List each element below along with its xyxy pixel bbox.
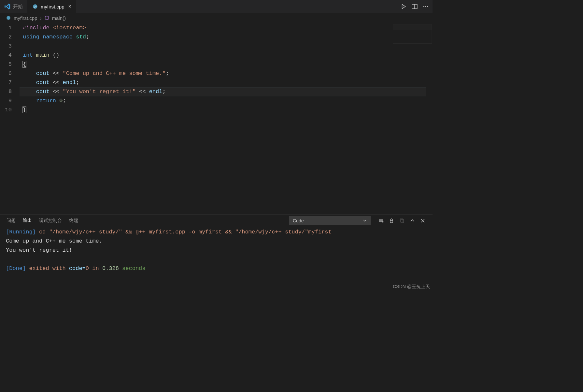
output-running-tag: [Running] — [6, 229, 36, 235]
code-line[interactable]: using namespace std; — [20, 33, 433, 42]
output-stdout-line: You won't regret it! — [6, 247, 72, 253]
output-time: 0.328 — [102, 265, 119, 272]
panel-actions — [378, 217, 426, 224]
code-line[interactable]: cout << "Come up and C++ me some time."; — [20, 69, 433, 78]
panel-maximize-icon[interactable] — [409, 217, 416, 224]
cpp-file-icon — [6, 15, 11, 21]
code-line[interactable]: #include <iostream> — [20, 23, 433, 33]
output-done-tag: [Done] — [6, 265, 26, 272]
split-editor-icon[interactable] — [411, 3, 418, 10]
code-area[interactable]: #include <iostream>using namespace std; … — [20, 23, 433, 214]
output-stdout-line: Come up and C++ me some time. — [6, 238, 102, 244]
tab-label: myfirst.cpp — [41, 4, 64, 9]
close-tab-icon[interactable]: × — [68, 4, 71, 9]
panel-tab-terminal[interactable]: 终端 — [69, 218, 78, 224]
code-line[interactable]: { — [20, 60, 433, 69]
cpp-file-icon: C+ — [32, 4, 38, 9]
svg-rect-8 — [390, 220, 393, 223]
code-line[interactable]: } — [20, 105, 433, 115]
breadcrumb-file[interactable]: myfirst.cpp — [14, 15, 37, 21]
run-icon[interactable] — [400, 3, 407, 10]
output-code-value: 0 — [86, 265, 89, 272]
panel-tab-output[interactable]: 输出 — [23, 217, 32, 224]
line-number-gutter: 12345678910 — [0, 23, 20, 214]
panel-tab-debug-console[interactable]: 调试控制台 — [39, 218, 62, 224]
svg-point-4 — [423, 6, 424, 7]
output-code-key: code= — [69, 265, 86, 272]
chevron-right-icon: › — [40, 15, 42, 21]
output-text: seconds — [119, 265, 146, 272]
svg-point-7 — [7, 16, 10, 20]
minimap[interactable] — [393, 24, 432, 44]
code-line[interactable]: cout << endl; — [20, 78, 433, 87]
output-text: in — [89, 265, 102, 272]
output-body[interactable]: [Running] cd "/home/wjy/c++ study/" && g… — [0, 227, 433, 291]
output-text: exited with — [26, 265, 69, 272]
select-value: Code — [293, 218, 304, 223]
watermark: CSDN @玉兔上天 — [393, 284, 430, 290]
symbol-method-icon — [44, 15, 50, 21]
code-line[interactable]: int main () — [20, 51, 433, 60]
tab-label: 开始 — [13, 4, 23, 10]
file-tab[interactable]: C+ myfirst.cpp × — [28, 0, 76, 13]
title-actions — [400, 0, 433, 13]
svg-point-5 — [425, 6, 426, 7]
vscode-icon — [5, 4, 10, 9]
output-command: cd "/home/wjy/c++ study/" && g++ myfirst… — [36, 229, 332, 235]
welcome-tab[interactable]: 开始 — [0, 0, 28, 13]
output-channel-select[interactable]: Code — [289, 216, 371, 225]
code-line[interactable]: cout << "You won't regret it!" << endl; — [20, 87, 433, 96]
code-line[interactable]: return 0; — [20, 96, 433, 105]
clear-output-icon[interactable] — [378, 217, 384, 224]
bottom-panel: 问题 输出 调试控制台 终端 Code [Running] cd "/home/… — [0, 214, 433, 291]
editor[interactable]: 12345678910 #include <iostream>using nam… — [0, 23, 433, 214]
more-actions-icon[interactable] — [422, 3, 429, 10]
svg-text:C+: C+ — [34, 6, 37, 8]
panel-tab-bar: 问题 输出 调试控制台 终端 Code — [0, 215, 433, 227]
tab-bar: 开始 C+ myfirst.cpp × — [0, 0, 433, 13]
panel-tab-problems[interactable]: 问题 — [7, 218, 16, 224]
code-line[interactable] — [20, 42, 433, 51]
breadcrumb-symbol[interactable]: main() — [52, 15, 66, 21]
panel-close-icon[interactable] — [419, 217, 426, 224]
lock-scroll-icon[interactable] — [388, 217, 395, 224]
svg-point-6 — [427, 6, 428, 7]
chevron-down-icon — [363, 218, 367, 224]
breadcrumb[interactable]: myfirst.cpp › main() — [0, 13, 433, 23]
open-log-icon — [399, 217, 405, 224]
